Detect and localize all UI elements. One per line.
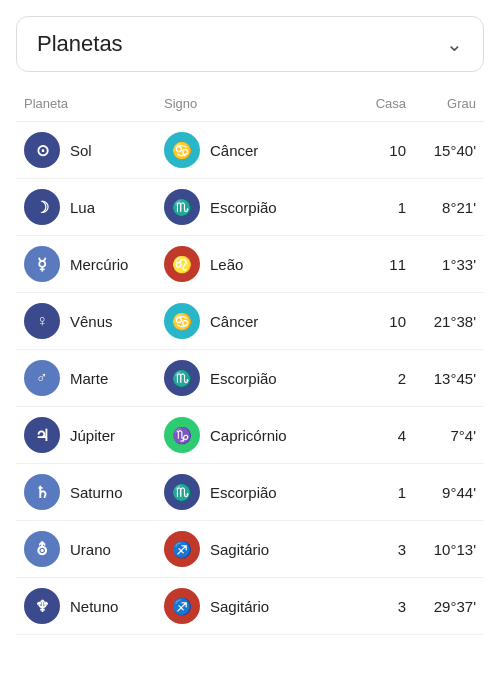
sign-name: Câncer (210, 142, 258, 159)
sign-name: Escorpião (210, 199, 277, 216)
planet-icon: ♄ (24, 474, 60, 510)
table-row: ⊙ Sol ♋ Câncer 10 15°40' (16, 122, 484, 179)
sign-icon: ♐ (164, 531, 200, 567)
planet-name: Lua (70, 199, 95, 216)
planet-cell: ☿ Mercúrio (24, 246, 164, 282)
sign-name: Escorpião (210, 484, 277, 501)
sign-cell: ♌ Leão (164, 246, 346, 282)
planets-table: Planeta Signo Casa Grau ⊙ Sol ♋ Câncer 1… (16, 92, 484, 635)
planet-cell: ♄ Saturno (24, 474, 164, 510)
col-header-degree: Grau (406, 96, 476, 111)
planet-name: Sol (70, 142, 92, 159)
degree-value: 29°37' (406, 598, 476, 615)
planet-name: Mercúrio (70, 256, 128, 273)
col-header-planet: Planeta (24, 96, 164, 111)
house-value: 2 (346, 370, 406, 387)
dropdown-label: Planetas (37, 31, 123, 57)
planet-icon: ♂ (24, 360, 60, 396)
sign-icon: ♏ (164, 360, 200, 396)
table-row: ♀ Vênus ♋ Câncer 10 21°38' (16, 293, 484, 350)
house-value: 10 (346, 142, 406, 159)
planet-cell: ♀ Vênus (24, 303, 164, 339)
sign-icon: ♌ (164, 246, 200, 282)
planet-icon: ♆ (24, 588, 60, 624)
sign-icon: ♏ (164, 474, 200, 510)
degree-value: 21°38' (406, 313, 476, 330)
planet-name: Vênus (70, 313, 113, 330)
table-row: ♆ Netuno ♐ Sagitário 3 29°37' (16, 578, 484, 635)
table-row: ♄ Saturno ♏ Escorpião 1 9°44' (16, 464, 484, 521)
planet-icon: ♀ (24, 303, 60, 339)
sign-icon: ♏ (164, 189, 200, 225)
house-value: 1 (346, 484, 406, 501)
planet-icon: ☽ (24, 189, 60, 225)
sign-name: Câncer (210, 313, 258, 330)
house-value: 10 (346, 313, 406, 330)
sign-name: Leão (210, 256, 243, 273)
table-row: ⛢ Urano ♐ Sagitário 3 10°13' (16, 521, 484, 578)
degree-value: 7°4' (406, 427, 476, 444)
degree-value: 8°21' (406, 199, 476, 216)
planetas-dropdown[interactable]: Planetas ⌄ (16, 16, 484, 72)
planet-cell: ☽ Lua (24, 189, 164, 225)
chevron-down-icon: ⌄ (446, 32, 463, 56)
sign-name: Escorpião (210, 370, 277, 387)
planet-cell: ⊙ Sol (24, 132, 164, 168)
house-value: 11 (346, 256, 406, 273)
planet-name: Netuno (70, 598, 118, 615)
planet-cell: ⛢ Urano (24, 531, 164, 567)
planet-icon: ⛢ (24, 531, 60, 567)
table-row: ☽ Lua ♏ Escorpião 1 8°21' (16, 179, 484, 236)
planet-name: Júpiter (70, 427, 115, 444)
planet-icon: ⊙ (24, 132, 60, 168)
house-value: 4 (346, 427, 406, 444)
planet-name: Saturno (70, 484, 123, 501)
table-row: ♂ Marte ♏ Escorpião 2 13°45' (16, 350, 484, 407)
sign-icon: ♋ (164, 132, 200, 168)
sign-icon: ♋ (164, 303, 200, 339)
planet-icon: ☿ (24, 246, 60, 282)
sign-icon: ♑ (164, 417, 200, 453)
degree-value: 10°13' (406, 541, 476, 558)
sign-name: Capricórnio (210, 427, 287, 444)
degree-value: 15°40' (406, 142, 476, 159)
planet-cell: ♂ Marte (24, 360, 164, 396)
sign-cell: ♐ Sagitário (164, 588, 346, 624)
sign-cell: ♐ Sagitário (164, 531, 346, 567)
sign-cell: ♑ Capricórnio (164, 417, 346, 453)
planet-name: Marte (70, 370, 108, 387)
table-row: ♃ Júpiter ♑ Capricórnio 4 7°4' (16, 407, 484, 464)
planet-cell: ♆ Netuno (24, 588, 164, 624)
col-header-sign: Signo (164, 96, 346, 111)
sign-name: Sagitário (210, 598, 269, 615)
planet-icon: ♃ (24, 417, 60, 453)
col-header-house: Casa (346, 96, 406, 111)
degree-value: 13°45' (406, 370, 476, 387)
table-row: ☿ Mercúrio ♌ Leão 11 1°33' (16, 236, 484, 293)
table-header: Planeta Signo Casa Grau (16, 92, 484, 122)
sign-cell: ♋ Câncer (164, 132, 346, 168)
degree-value: 9°44' (406, 484, 476, 501)
sign-icon: ♐ (164, 588, 200, 624)
degree-value: 1°33' (406, 256, 476, 273)
sign-cell: ♏ Escorpião (164, 360, 346, 396)
table-body: ⊙ Sol ♋ Câncer 10 15°40' ☽ Lua ♏ Escorpi… (16, 122, 484, 635)
sign-cell: ♏ Escorpião (164, 189, 346, 225)
house-value: 1 (346, 199, 406, 216)
house-value: 3 (346, 598, 406, 615)
sign-name: Sagitário (210, 541, 269, 558)
sign-cell: ♏ Escorpião (164, 474, 346, 510)
sign-cell: ♋ Câncer (164, 303, 346, 339)
house-value: 3 (346, 541, 406, 558)
planet-name: Urano (70, 541, 111, 558)
planet-cell: ♃ Júpiter (24, 417, 164, 453)
